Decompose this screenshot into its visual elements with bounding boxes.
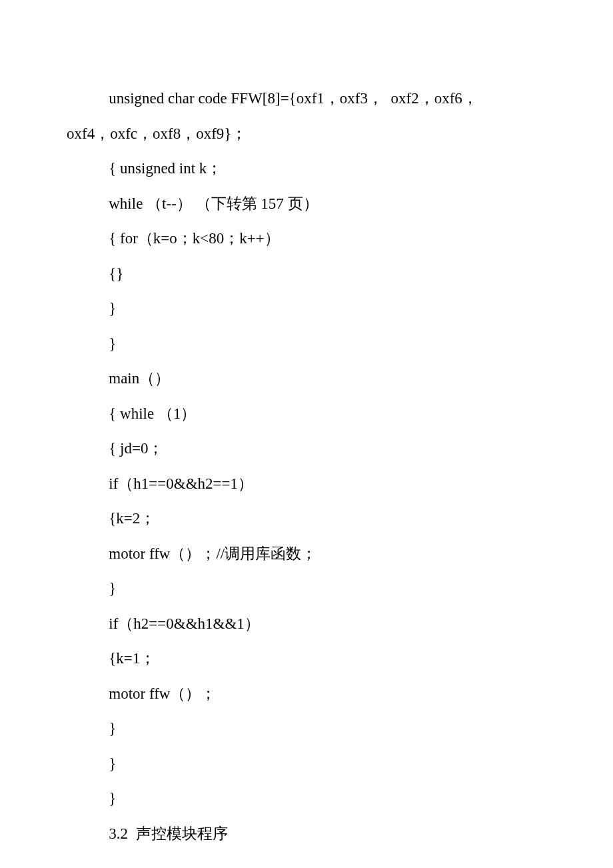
code-line: if（h2==0&&h1&&1） (67, 607, 546, 642)
code-line: motor ffw（）；//调用库函数； (67, 537, 546, 572)
code-line: } (67, 571, 546, 607)
code-line: {k=2； (67, 501, 546, 537)
code-line: { jd=0； (67, 431, 546, 467)
code-line: } (67, 327, 546, 362)
code-line: { for（k=o；k<80；k++） (67, 221, 546, 257)
code-line: unsigned char code FFW[8]={oxf1，oxf3， ox… (67, 81, 546, 117)
code-line: while （t--） （下转第 157 页） (67, 187, 546, 222)
code-line: } (67, 781, 546, 817)
code-line: } (67, 291, 546, 327)
code-line: {} (67, 257, 546, 292)
code-line: { unsigned int k； (67, 151, 546, 187)
code-line: {k=1； (67, 641, 546, 677)
document-page: unsigned char code FFW[8]={oxf1，oxf3， ox… (0, 0, 613, 868)
code-line: oxf4，oxfc，oxf8，oxf9}； (67, 117, 546, 152)
code-line: if（h1==0&&h2==1） (67, 467, 546, 502)
code-line: } (67, 711, 546, 747)
code-line: } (67, 747, 546, 782)
section-heading: 3.2 声控模块程序 (67, 817, 546, 852)
code-line: motor ffw（）； (67, 677, 546, 712)
code-line: { while （1） (67, 397, 546, 432)
code-line: main（） (67, 361, 546, 397)
